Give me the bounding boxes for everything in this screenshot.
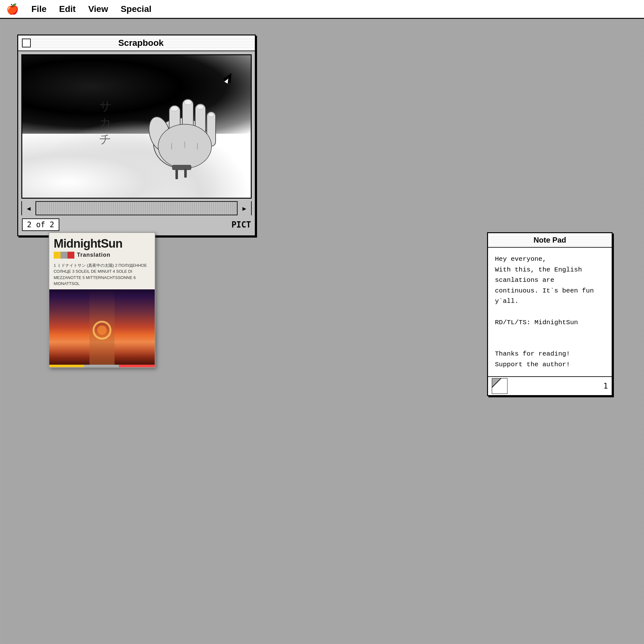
- notepad-footer: 1: [488, 376, 612, 395]
- scrapbook-content: サ カ チ ◀ ▶ 2 of 2 PICT: [18, 51, 255, 235]
- album-subtitle-text: Translation: [77, 252, 110, 258]
- file-menu[interactable]: File: [31, 4, 46, 14]
- page-counter: 2 of 2: [22, 218, 59, 231]
- edit-menu[interactable]: Edit: [59, 4, 76, 14]
- color-bar-gray: [61, 252, 67, 259]
- manga-hand: [138, 74, 226, 184]
- album-subtitle-bar: Translation: [54, 252, 150, 259]
- album-cover: MidnightSun Translation 1 ミドナイトサン (真夜中の太…: [49, 232, 155, 368]
- album-translation-info: 1 ミドナイトサン (真夜中の太陽) 2 ПОЛУДЕННОЕ СОЛНЦЕ 3…: [49, 262, 155, 289]
- scrapbook-title-bar: Scrapbook: [18, 35, 255, 51]
- scrapbook-scrollbar[interactable]: ◀ ▶: [21, 201, 252, 215]
- window-close-button[interactable]: [22, 39, 31, 47]
- scroll-left-arrow[interactable]: ◀: [22, 201, 36, 215]
- scrapbook-image-area: サ カ チ: [21, 54, 252, 199]
- desktop: Scrapbook: [0, 19, 644, 644]
- svg-marker-18: [492, 378, 501, 388]
- svg-rect-12: [184, 169, 187, 178]
- notepad-page-number: 1: [604, 382, 608, 390]
- svg-point-14: [184, 100, 192, 105]
- file-type-label: PICT: [231, 220, 251, 229]
- album-title: MidnightSun: [54, 237, 150, 250]
- notepad-title: Note Pad: [492, 236, 608, 244]
- notepad-title-bar: Note Pad: [488, 233, 612, 248]
- album-sun: [93, 321, 111, 340]
- album-color-bars: [54, 252, 74, 259]
- scrapbook-title: Scrapbook: [31, 38, 251, 48]
- svg-rect-11: [175, 170, 178, 179]
- scroll-right-arrow[interactable]: ▶: [237, 201, 251, 215]
- album-image: [49, 289, 155, 365]
- scroll-track[interactable]: [36, 202, 237, 215]
- view-menu[interactable]: View: [88, 4, 108, 14]
- manga-canvas: サ カ チ: [22, 55, 251, 198]
- svg-point-15: [197, 105, 204, 109]
- manga-japanese-text: サ カ チ: [98, 93, 112, 139]
- menu-bar: 🍎 File Edit View Special: [0, 0, 644, 19]
- scrapbook-window: Scrapbook: [17, 35, 256, 236]
- color-bar-red: [67, 252, 74, 259]
- svg-point-13: [171, 106, 178, 111]
- svg-point-16: [208, 113, 214, 117]
- color-bar-yellow: [54, 252, 61, 259]
- apple-menu[interactable]: 🍎: [6, 3, 19, 15]
- album-footer-strip: [49, 365, 155, 367]
- svg-rect-10: [172, 165, 191, 170]
- notepad-content[interactable]: Hey everyone, With this, the English sca…: [488, 248, 612, 376]
- album-header: MidnightSun Translation: [49, 233, 155, 262]
- notepad-dog-ear: [492, 378, 507, 394]
- special-menu[interactable]: Special: [121, 4, 151, 14]
- notepad-window: Note Pad Hey everyone, With this, the En…: [487, 232, 613, 396]
- scrapbook-footer: 2 of 2 PICT: [21, 217, 252, 232]
